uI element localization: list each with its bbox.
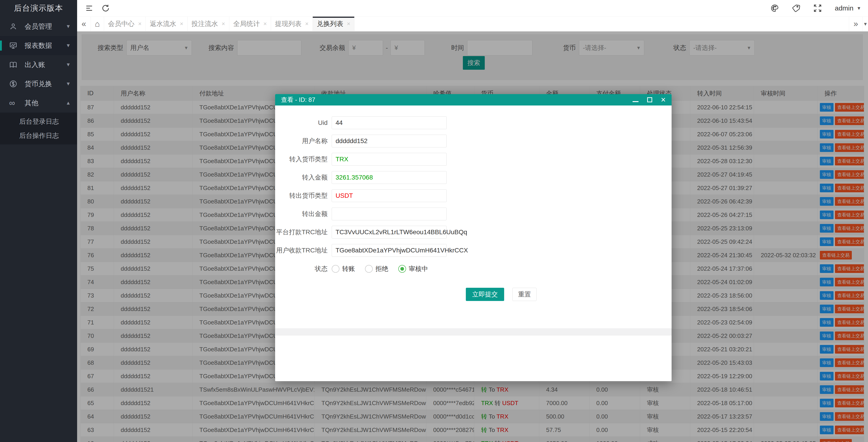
tab-label: 提现列表 xyxy=(275,20,301,29)
sidebar-subitem[interactable]: 后台操作日志 xyxy=(0,129,77,143)
form-field: 转入货币类型TRX xyxy=(275,153,672,166)
form-field: 转入金额3261.357068 xyxy=(275,171,672,184)
field-value: TGoe8abtXDe1aYPVhjwDCUmH641VHkrCCX xyxy=(336,247,468,254)
field-input-用户收款TRC地址[interactable]: TGoe8abtXDe1aYPVhjwDCUmH641VHkrCCX xyxy=(332,244,447,257)
tab-label: 会员中心 xyxy=(108,20,134,29)
field-label: 用户名称 xyxy=(275,135,332,147)
chevron-up-icon: ▲ xyxy=(66,100,71,106)
tab-全局统计[interactable]: 全局统计× xyxy=(229,16,271,31)
palette-icon[interactable] xyxy=(770,4,779,12)
field-label: 转入货币类型 xyxy=(275,153,332,166)
tab-label: 投注流水 xyxy=(191,20,218,29)
field-value: 44 xyxy=(336,119,343,127)
reset-button[interactable]: 重置 xyxy=(513,288,536,301)
close-tab-icon[interactable]: × xyxy=(180,20,183,27)
tab-label: 全局统计 xyxy=(233,20,259,29)
status-radio-row: 状态转账拒绝审核中 xyxy=(275,265,672,273)
radio-拒绝[interactable]: 拒绝 xyxy=(365,265,388,273)
tab-兑换列表[interactable]: 兑换列表× xyxy=(313,16,354,31)
tabs-scroll-left-button[interactable]: « xyxy=(77,16,91,31)
tabbar-spacer xyxy=(354,16,849,31)
field-value: USDT xyxy=(336,192,353,199)
field-label: 转出货币类型 xyxy=(275,189,332,202)
chevron-down-icon: ▼ xyxy=(66,62,71,68)
dialog-header[interactable]: 查看 - ID: 87 × xyxy=(275,94,672,105)
form-field: 转出金额 xyxy=(275,208,672,220)
close-icon[interactable]: × xyxy=(661,96,665,104)
sidebar-item-5[interactable]: ∞其他▲ xyxy=(0,93,77,112)
sidebar-item-label: 其他 xyxy=(25,98,38,108)
field-input-转出金额[interactable] xyxy=(332,208,447,220)
dialog-button-row: 立即提交重置 xyxy=(275,288,672,301)
close-tab-icon[interactable]: × xyxy=(221,20,225,27)
tab-返水流水[interactable]: 返水流水× xyxy=(146,16,187,31)
field-label: 转出金额 xyxy=(275,208,332,220)
field-value: TC3VvUUCxL2vRL1rLTW6eou14BBL6UuBQq xyxy=(336,229,467,236)
chevron-down-icon: ▼ xyxy=(66,43,71,48)
sidebar-item-3[interactable]: 出入账▼ xyxy=(0,55,77,74)
close-tab-icon[interactable]: × xyxy=(263,20,267,27)
user-icon xyxy=(9,22,20,31)
sidebar: 后台演示版本 会员管理▼报表数据▼出入账▼货币兑换▼∞其他▲后台登录日志后台操作… xyxy=(0,0,77,442)
form-field: 转出货币类型USDT xyxy=(275,189,672,202)
field-value: 3261.357068 xyxy=(336,174,373,181)
radio-unchecked-icon xyxy=(365,265,373,273)
sidebar-item-label: 报表数据 xyxy=(25,41,52,50)
sidebar-item-2[interactable]: 报表数据▼ xyxy=(0,36,77,55)
tab-投注流水[interactable]: 投注流水× xyxy=(187,16,229,31)
form-field: 用户名称dddddd152 xyxy=(275,135,672,147)
tab-提现列表[interactable]: 提现列表× xyxy=(271,16,313,31)
home-icon[interactable]: ⌂ xyxy=(91,16,104,31)
radio-unchecked-icon xyxy=(332,265,339,273)
tab-会员中心[interactable]: 会员中心× xyxy=(104,16,146,31)
radio-label: 转账 xyxy=(342,265,355,273)
form-field: 用户收款TRC地址TGoe8abtXDe1aYPVhjwDCUmH641VHkr… xyxy=(275,244,672,257)
brand-title: 后台演示版本 xyxy=(0,0,77,16)
radio-审核中[interactable]: 审核中 xyxy=(398,265,428,273)
sidebar-item-label: 会员管理 xyxy=(25,22,52,31)
chevron-down-icon: ▼ xyxy=(66,81,71,87)
maximize-icon[interactable] xyxy=(647,96,652,104)
dialog-title: 查看 - ID: 87 xyxy=(281,96,315,104)
fullscreen-icon[interactable] xyxy=(813,4,822,12)
field-input-转入金额[interactable]: 3261.357068 xyxy=(332,171,447,184)
field-input-转出货币类型[interactable]: USDT xyxy=(332,189,447,202)
chart-icon xyxy=(9,41,20,50)
field-input-用户名称[interactable]: dddddd152 xyxy=(332,135,447,147)
form-field: Uid44 xyxy=(275,116,672,129)
tab-list: 会员中心×返水流水×投注流水×全局统计×提现列表×兑换列表× xyxy=(104,16,354,31)
tag-icon[interactable] xyxy=(792,4,801,12)
book-icon xyxy=(9,61,20,69)
submit-button[interactable]: 立即提交 xyxy=(466,288,504,301)
dialog-footer-space xyxy=(275,336,672,381)
tab-label: 返水流水 xyxy=(150,20,176,29)
radio-label: 拒绝 xyxy=(375,265,388,273)
dialog-scrollbar-track[interactable] xyxy=(275,328,672,336)
sidebar-item-4[interactable]: 货币兑换▼ xyxy=(0,74,77,93)
field-label: 转入金额 xyxy=(275,171,332,184)
admin-dropdown[interactable]: admin ▼ xyxy=(835,4,861,12)
currency-icon xyxy=(9,80,20,88)
tabbar: « ⌂ 会员中心×返水流水×投注流水×全局统计×提现列表×兑换列表× » ▾ xyxy=(77,16,868,31)
chevron-down-icon: ▼ xyxy=(66,24,71,29)
radio-转账[interactable]: 转账 xyxy=(332,265,355,273)
menu-icon[interactable] xyxy=(85,4,94,12)
field-label: 平台打款TRC地址 xyxy=(275,226,332,239)
topbar: admin ▼ xyxy=(77,0,868,16)
field-input-Uid[interactable]: 44 xyxy=(332,116,447,129)
field-input-平台打款TRC地址[interactable]: TC3VvUUCxL2vRL1rLTW6eou14BBL6UuBQq xyxy=(332,226,447,239)
sidebar-item-1[interactable]: 会员管理▼ xyxy=(0,17,77,36)
close-tab-icon[interactable]: × xyxy=(138,20,142,27)
sidebar-submenu: 后台登录日志后台操作日志 xyxy=(0,112,77,144)
minimize-icon[interactable] xyxy=(632,96,639,104)
close-tab-icon[interactable]: × xyxy=(347,20,350,27)
form-field: 平台打款TRC地址TC3VvUUCxL2vRL1rLTW6eou14BBL6Uu… xyxy=(275,226,672,239)
refresh-icon[interactable] xyxy=(101,4,110,12)
admin-label: admin xyxy=(835,4,854,12)
tabs-more-button[interactable]: ▾ xyxy=(863,16,868,31)
sidebar-subitem[interactable]: 后台登录日志 xyxy=(0,114,77,129)
sidebar-item-label: 出入账 xyxy=(25,60,45,69)
close-tab-icon[interactable]: × xyxy=(305,20,308,27)
tabs-scroll-right-button[interactable]: » xyxy=(849,16,863,31)
field-input-转入货币类型[interactable]: TRX xyxy=(332,153,447,166)
